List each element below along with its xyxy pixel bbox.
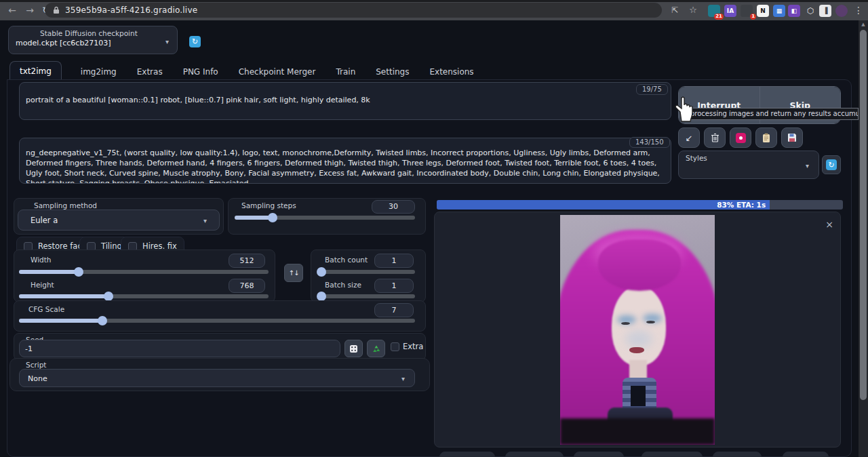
eye-right	[646, 321, 655, 323]
browser-forward-icon[interactable]: →	[23, 3, 37, 17]
eye-left	[621, 322, 630, 325]
ext-onenote-icon[interactable]: ◧	[788, 5, 800, 17]
tab-checkpoint-merger[interactable]: Checkpoint Merger	[237, 62, 317, 81]
share-icon[interactable]: ⇱	[668, 3, 682, 17]
negative-prompt-text: ng_deepnegative_v1_75t, (worst quality, …	[20, 138, 671, 184]
height-label: Height	[31, 281, 54, 289]
ext-notion-icon[interactable]: N	[757, 5, 769, 17]
url-bar[interactable]: 359e5b9a-a5ff-4216.gradio.live	[45, 3, 662, 18]
browser-back-icon[interactable]: ←	[5, 3, 19, 17]
cfg-scale-slider[interactable]	[19, 319, 415, 323]
scrollbar-thumb[interactable]	[860, 30, 867, 400]
generated-image[interactable]	[560, 215, 715, 445]
lock-icon	[53, 6, 60, 14]
ext-sidebar-icon[interactable]: ▐	[819, 5, 831, 17]
sampling-method-value: Euler a	[31, 216, 58, 225]
progress-bar: 83% ETA: 1s	[437, 200, 843, 210]
seed-extra-checkbox[interactable]: Extra	[391, 342, 423, 351]
batch-count-input[interactable]: 1	[374, 254, 414, 268]
tab-train[interactable]: Train	[334, 62, 357, 81]
width-slider[interactable]	[19, 270, 269, 274]
random-seed-button[interactable]	[344, 340, 363, 357]
script-dropdown[interactable]: None ▾	[19, 369, 415, 387]
slider-thumb[interactable]	[98, 316, 107, 325]
ext-cart-icon[interactable]: 1	[741, 5, 753, 17]
slider-thumb[interactable]	[317, 267, 326, 277]
browser-menu-icon[interactable]: ⋮	[852, 3, 865, 17]
neck-port	[631, 386, 646, 406]
extensions-puzzle-icon[interactable]: ⬡	[804, 5, 816, 17]
prompt-text: portrait of a beautiful [woman::0.1] rob…	[20, 83, 671, 105]
tab-img2img[interactable]: img2img	[79, 62, 118, 81]
tab-txt2img[interactable]: txt2img	[9, 61, 62, 81]
face-shape	[612, 285, 666, 365]
apply-style-button[interactable]	[755, 127, 777, 148]
sampling-steps-slider[interactable]	[235, 216, 415, 220]
app-root: ← → ↻ 359e5b9a-a5ff-4216.gradio.live ⇱ ☆…	[0, 0, 868, 457]
slider-thumb[interactable]	[268, 213, 277, 222]
tab-extras[interactable]: Extras	[136, 62, 164, 81]
chevron-down-icon: ▾	[165, 38, 169, 45]
seed-input[interactable]: -1	[19, 340, 340, 357]
chevron-down-icon: ▾	[806, 162, 809, 170]
cfg-group	[14, 300, 426, 332]
tab-bar: txt2img img2img Extras PNG Info Checkpoi…	[9, 61, 475, 81]
ext-pin-icon[interactable]: 21	[708, 5, 720, 17]
ext-ia-icon[interactable]: IA	[724, 5, 736, 17]
width-input[interactable]: 512	[229, 254, 265, 268]
send-to-img2img-button[interactable]	[574, 452, 624, 457]
checkpoint-dropdown[interactable]: Stable Diffusion checkpoint model.ckpt […	[8, 26, 178, 54]
checkpoint-refresh-button[interactable]: ↻	[189, 36, 201, 47]
cfg-scale-label: CFG Scale	[28, 305, 64, 313]
reuse-seed-button[interactable]	[367, 340, 385, 357]
height-input[interactable]: 768	[229, 279, 265, 293]
save-image-button[interactable]	[439, 452, 495, 457]
checkpoint-label: Stable Diffusion checkpoint	[40, 29, 138, 37]
scrollbar-up-icon[interactable]: ▲	[859, 20, 868, 28]
tab-extensions[interactable]: Extensions	[428, 62, 475, 81]
cheek-glow	[625, 330, 652, 348]
window-edge	[0, 0, 868, 2]
swap-dimensions-button[interactable]: ↑↓	[284, 264, 303, 282]
page-scrollbar[interactable]: ▲	[859, 20, 868, 457]
recycle-icon	[372, 344, 381, 353]
clear-prompt-button[interactable]	[704, 127, 726, 148]
tab-settings[interactable]: Settings	[374, 62, 410, 81]
sampling-method-label: Sampling method	[34, 201, 97, 210]
extra-action-button[interactable]	[783, 452, 829, 457]
styles-dropdown[interactable]: Styles ▾	[678, 151, 819, 179]
close-icon[interactable]: ×	[825, 220, 833, 228]
batch-size-input[interactable]: 1	[374, 279, 414, 293]
paste-params-button[interactable]: ↙	[678, 127, 700, 148]
prompt-textarea[interactable]: portrait of a beautiful [woman::0.1] rob…	[19, 82, 671, 120]
swap-arrows-icon: ↑↓	[289, 269, 299, 277]
cfg-scale-input[interactable]: 7	[374, 303, 414, 317]
prompt-token-counter: 19/75	[636, 84, 668, 95]
tab-png-info[interactable]: PNG Info	[182, 62, 220, 81]
extra-networks-button[interactable]	[730, 127, 751, 148]
negative-prompt-token-counter: 143/150	[629, 137, 670, 148]
batch-count-slider[interactable]	[317, 270, 415, 274]
batch-count-label: Batch count	[325, 256, 368, 264]
send-to-extras-button[interactable]	[713, 452, 762, 457]
batch-size-slider[interactable]	[317, 294, 415, 298]
save-style-button[interactable]	[781, 127, 803, 148]
send-to-inpaint-button[interactable]	[642, 452, 703, 457]
negative-prompt-textarea[interactable]: ng_deepnegative_v1_75t, (worst quality, …	[19, 138, 671, 184]
sampling-steps-input[interactable]: 30	[372, 200, 415, 214]
browser-toolbar: ← → ↻ 359e5b9a-a5ff-4216.gradio.live ⇱ ☆…	[0, 0, 868, 20]
mouse-cursor-hand	[673, 96, 696, 123]
height-slider[interactable]	[19, 294, 269, 298]
chevron-down-icon: ▾	[401, 375, 405, 382]
save-zip-button[interactable]	[505, 452, 564, 457]
ext-photos-icon[interactable]: ▦	[773, 5, 785, 17]
slider-thumb[interactable]	[317, 292, 326, 301]
image-viewer: ×	[434, 212, 841, 448]
refresh-icon: ↻	[826, 159, 837, 170]
sampling-method-dropdown[interactable]: Euler a ▾	[18, 210, 220, 231]
profile-avatar[interactable]	[835, 5, 848, 17]
progress-bar-fill: 83% ETA: 1s	[437, 200, 770, 210]
styles-refresh-button[interactable]: ↻	[822, 155, 841, 174]
bangs-shape	[598, 239, 681, 291]
bookmark-star-icon[interactable]: ☆	[686, 3, 700, 17]
